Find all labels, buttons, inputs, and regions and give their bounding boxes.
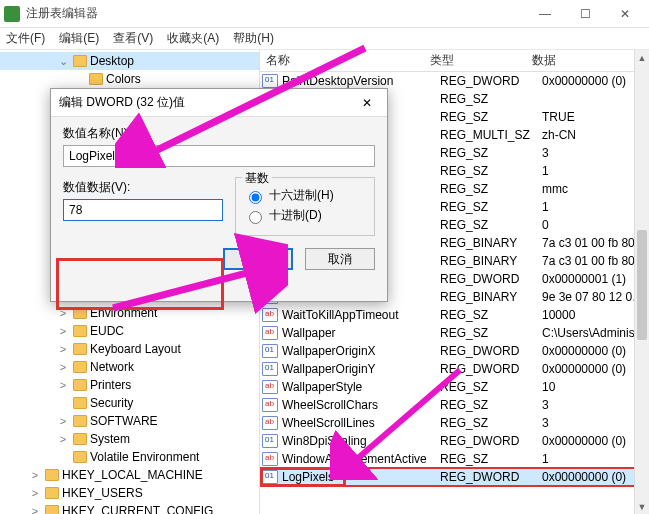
radix-dec-radio[interactable]: 十进制(D) <box>244 207 366 224</box>
base-legend: 基数 <box>242 170 272 187</box>
value-type: REG_SZ <box>440 326 542 340</box>
radix-hex-input[interactable] <box>249 191 262 204</box>
menu-view[interactable]: 查看(V) <box>113 30 153 47</box>
value-data: 1 <box>542 452 649 466</box>
expand-icon[interactable]: > <box>56 361 70 373</box>
expand-icon[interactable]: > <box>56 415 70 427</box>
cancel-button[interactable]: 取消 <box>305 248 375 270</box>
value-data-label: 数值数据(V): <box>63 179 223 196</box>
tree-node[interactable]: >Printers <box>0 376 259 394</box>
tree-node[interactable]: >HKEY_CURRENT_CONFIG <box>0 502 259 514</box>
value-type: REG_SZ <box>440 416 542 430</box>
tree-label: Volatile Environment <box>90 450 199 464</box>
tree-node[interactable]: >HKEY_USERS <box>0 484 259 502</box>
tree-label: HKEY_USERS <box>62 486 143 500</box>
dialog-titlebar[interactable]: 编辑 DWORD (32 位)值 ✕ <box>51 89 387 117</box>
tree-node[interactable]: Security <box>0 394 259 412</box>
folder-icon <box>73 415 87 427</box>
scroll-thumb[interactable] <box>637 230 647 340</box>
dialog-close-button[interactable]: ✕ <box>355 96 379 110</box>
maximize-button[interactable]: ☐ <box>565 0 605 28</box>
value-data: TRUE <box>542 110 649 124</box>
expand-icon[interactable]: > <box>28 469 42 481</box>
list-row[interactable]: WallpaperOriginYREG_DWORD0x00000000 (0) <box>260 360 649 378</box>
value-icon <box>262 326 278 340</box>
value-name-field[interactable] <box>63 145 375 167</box>
dialog-title: 编辑 DWORD (32 位)值 <box>59 94 355 111</box>
value-icon <box>262 74 278 88</box>
menu-help[interactable]: 帮助(H) <box>233 30 274 47</box>
expand-icon[interactable]: > <box>56 379 70 391</box>
tree-node[interactable]: Volatile Environment <box>0 448 259 466</box>
value-data: 0x00000001 (1) <box>542 272 649 286</box>
menu-favorites[interactable]: 收藏夹(A) <box>167 30 219 47</box>
vertical-scrollbar[interactable]: ▲ ▼ <box>634 50 649 514</box>
list-row[interactable]: LogPixelsREG_DWORD0x00000000 (0) <box>260 468 649 486</box>
value-data: 0x00000000 (0) <box>542 74 649 88</box>
value-data: 0 <box>542 218 649 232</box>
list-row[interactable]: WallpaperStyleREG_SZ10 <box>260 378 649 396</box>
tree-node[interactable]: Colors <box>0 70 259 88</box>
tree-label: Network <box>90 360 134 374</box>
tree-node[interactable]: >System <box>0 430 259 448</box>
col-name[interactable]: 名称 <box>260 52 424 69</box>
tree-node[interactable]: >Keyboard Layout <box>0 340 259 358</box>
value-name: WallpaperOriginX <box>282 344 440 358</box>
ok-button[interactable]: 确定 <box>223 248 293 270</box>
value-type: REG_BINARY <box>440 290 542 304</box>
expand-icon[interactable]: > <box>28 505 42 514</box>
value-data: 1 <box>542 200 649 214</box>
value-name: WallpaperStyle <box>282 380 440 394</box>
value-data-field[interactable] <box>63 199 223 221</box>
tree-node[interactable]: ⌄Desktop <box>0 52 259 70</box>
list-row[interactable]: WallpaperOriginXREG_DWORD0x00000000 (0) <box>260 342 649 360</box>
scroll-down-icon[interactable]: ▼ <box>635 499 649 514</box>
value-data: 9e 3e 07 80 12 00 01 <box>542 290 649 304</box>
menu-file[interactable]: 文件(F) <box>6 30 45 47</box>
value-data: 3 <box>542 398 649 412</box>
list-row[interactable]: WheelScrollLinesREG_SZ3 <box>260 414 649 432</box>
expand-icon[interactable]: > <box>56 433 70 445</box>
value-type: REG_MULTI_SZ <box>440 128 542 142</box>
expand-icon[interactable]: > <box>56 343 70 355</box>
list-row[interactable]: WaitToKillAppTimeoutREG_SZ10000 <box>260 306 649 324</box>
tree-label: Environment <box>90 306 157 320</box>
list-row[interactable]: WheelScrollCharsREG_SZ3 <box>260 396 649 414</box>
list-row[interactable]: WallpaperREG_SZC:\Users\Administrator <box>260 324 649 342</box>
tree-node[interactable]: >HKEY_LOCAL_MACHINE <box>0 466 259 484</box>
expand-icon[interactable]: ⌄ <box>56 55 70 68</box>
value-name: WindowArrangementActive <box>282 452 440 466</box>
expand-icon[interactable]: > <box>28 487 42 499</box>
value-type: REG_SZ <box>440 218 542 232</box>
close-button[interactable]: ✕ <box>605 0 645 28</box>
folder-icon <box>73 343 87 355</box>
col-data[interactable]: 数据 <box>526 52 649 69</box>
folder-icon <box>45 505 59 514</box>
menu-edit[interactable]: 编辑(E) <box>59 30 99 47</box>
tree-node[interactable]: >Environment <box>0 304 259 322</box>
minimize-button[interactable]: — <box>525 0 565 28</box>
value-type: REG_DWORD <box>440 362 542 376</box>
value-data: 0x00000000 (0) <box>542 470 649 484</box>
folder-icon <box>45 469 59 481</box>
value-type: REG_SZ <box>440 398 542 412</box>
value-type: REG_SZ <box>440 110 542 124</box>
radix-dec-input[interactable] <box>249 211 262 224</box>
folder-icon <box>45 487 59 499</box>
value-name: PaintDesktopVersion <box>282 74 440 88</box>
expand-icon[interactable]: > <box>56 307 70 319</box>
list-row[interactable]: WindowArrangementActiveREG_SZ1 <box>260 450 649 468</box>
folder-icon <box>73 55 87 67</box>
value-icon <box>262 308 278 322</box>
expand-icon[interactable]: > <box>56 325 70 337</box>
tree-node[interactable]: >Network <box>0 358 259 376</box>
tree-node[interactable]: >SOFTWARE <box>0 412 259 430</box>
value-icon <box>262 380 278 394</box>
list-row[interactable]: Win8DpiScalingREG_DWORD0x00000000 (0) <box>260 432 649 450</box>
scroll-up-icon[interactable]: ▲ <box>635 50 649 65</box>
tree-node[interactable]: >EUDC <box>0 322 259 340</box>
radix-hex-radio[interactable]: 十六进制(H) <box>244 187 366 204</box>
col-type[interactable]: 类型 <box>424 52 526 69</box>
value-type: REG_SZ <box>440 164 542 178</box>
value-icon <box>262 362 278 376</box>
